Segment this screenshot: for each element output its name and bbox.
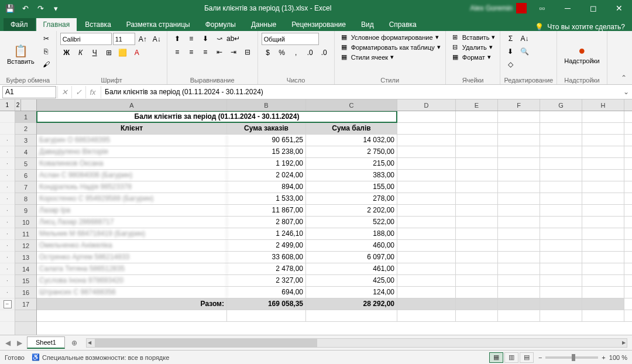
cell[interactable] <box>397 298 456 310</box>
cell[interactable] <box>498 298 540 310</box>
cell[interactable] <box>456 240 498 251</box>
cell[interactable]: 2 750,00 <box>306 146 397 157</box>
tab-file[interactable]: Файл <box>4 18 35 31</box>
cell[interactable] <box>582 287 624 298</box>
cell[interactable] <box>582 275 624 286</box>
minimize-icon[interactable]: ─ <box>555 0 581 16</box>
cell[interactable] <box>456 193 498 204</box>
cell[interactable]: 1 246,10 <box>227 228 306 239</box>
row-header-15[interactable]: 15 <box>15 275 36 287</box>
row-header-14[interactable]: 14 <box>15 263 36 275</box>
tab-insert[interactable]: Вставка <box>78 18 118 31</box>
cell[interactable]: 2 327,00 <box>227 275 306 286</box>
cell[interactable] <box>540 181 582 193</box>
cell[interactable]: 1 192,00 <box>227 158 306 169</box>
cell[interactable]: 124,00 <box>306 287 397 298</box>
cell[interactable]: 11 867,00 <box>227 205 306 216</box>
col-header-H[interactable]: H <box>582 99 624 111</box>
cell[interactable]: Омельченко Аніжеліка <box>37 240 227 251</box>
cells-grid[interactable]: Бали клієнтів за період (01.11.2024 - 30… <box>37 111 632 335</box>
zoom-out-icon[interactable]: − <box>538 354 542 361</box>
outline-level-2[interactable]: 2 <box>15 99 22 111</box>
expand-formula-icon[interactable]: ⌄ <box>620 88 632 96</box>
cell[interactable] <box>397 146 456 157</box>
cell[interactable]: Сума заказів <box>227 123 306 134</box>
cell[interactable] <box>540 146 582 157</box>
cell[interactable] <box>397 111 456 122</box>
row-header-7[interactable]: 7 <box>15 181 36 193</box>
cell[interactable] <box>582 310 624 321</box>
decrease-font-icon[interactable]: A↓ <box>150 33 163 45</box>
cell[interactable] <box>397 252 456 263</box>
view-normal-icon[interactable]: ▦ <box>489 352 503 363</box>
tab-nav-next-icon[interactable]: ▶ <box>14 338 25 348</box>
bold-icon[interactable]: Ж <box>60 47 73 59</box>
row-header-11[interactable]: 11 <box>15 228 36 240</box>
align-middle-icon[interactable]: ≡ <box>185 33 198 44</box>
name-box[interactable]: A1 <box>2 86 56 98</box>
view-page-layout-icon[interactable]: ▥ <box>504 352 518 363</box>
row-header-1[interactable]: 1 <box>15 111 36 123</box>
cell[interactable]: 15 238,00 <box>227 146 306 157</box>
cell[interactable] <box>456 111 498 122</box>
cell[interactable] <box>540 193 582 204</box>
cell[interactable] <box>456 158 498 169</box>
cancel-formula-icon[interactable]: ✕ <box>57 86 71 98</box>
cell[interactable] <box>397 181 456 193</box>
cell[interactable]: Разом: <box>37 298 227 310</box>
cell[interactable] <box>582 123 624 134</box>
cell[interactable]: Аслан С 98084006 (Багурин) <box>37 170 227 181</box>
cell[interactable] <box>456 263 498 274</box>
cell[interactable] <box>397 263 456 274</box>
cell[interactable]: 28 292,00 <box>306 298 397 310</box>
row-header-5[interactable]: 5 <box>15 158 36 170</box>
zoom-slider[interactable] <box>545 356 598 359</box>
sheet-tab-1[interactable]: Sheet1 <box>27 336 65 349</box>
cell[interactable]: Штрансих С 987488356 <box>37 287 227 298</box>
cell[interactable] <box>582 111 624 122</box>
font-size-select[interactable] <box>113 33 135 45</box>
font-name-select[interactable] <box>60 33 112 45</box>
copy-icon[interactable]: ⎘ <box>40 46 53 57</box>
cell[interactable] <box>498 217 540 228</box>
cell[interactable]: 6 097,00 <box>306 252 397 263</box>
cell[interactable]: Сума балів <box>306 123 397 134</box>
row-header-3[interactable]: 3 <box>15 135 36 146</box>
cell[interactable]: Бали клієнтів за період (01.11.2024 - 30… <box>37 111 397 122</box>
cell[interactable] <box>498 263 540 274</box>
tab-formulas[interactable]: Формулы <box>198 18 243 31</box>
cut-icon[interactable]: ✂ <box>40 33 53 44</box>
cell[interactable] <box>582 298 624 310</box>
cell[interactable] <box>397 205 456 216</box>
fx-icon[interactable]: fx <box>85 86 99 98</box>
save-icon[interactable]: 💾 <box>4 2 16 15</box>
cell[interactable]: 522,00 <box>306 217 397 228</box>
row-header-12[interactable]: 12 <box>15 240 36 252</box>
cell[interactable] <box>498 240 540 251</box>
delete-cells-button[interactable]: ⊟Удалить▾ <box>449 43 497 51</box>
cell[interactable] <box>397 123 456 134</box>
number-format-select[interactable] <box>262 33 319 45</box>
cell[interactable] <box>498 170 540 181</box>
cell[interactable] <box>397 275 456 286</box>
tab-view[interactable]: Вид <box>354 18 381 31</box>
add-sheet-icon[interactable]: ⊕ <box>67 337 81 349</box>
cell[interactable]: Остренко Артем 586214833 <box>37 252 227 263</box>
cell[interactable] <box>498 135 540 146</box>
cell[interactable] <box>456 135 498 146</box>
wrap-text-icon[interactable]: ab↵ <box>227 33 240 44</box>
cell[interactable] <box>540 263 582 274</box>
cell[interactable] <box>456 252 498 263</box>
cell[interactable] <box>540 205 582 216</box>
cell[interactable] <box>397 287 456 298</box>
col-header-D[interactable]: D <box>397 99 456 111</box>
align-center-icon[interactable]: ≡ <box>185 46 198 58</box>
cell[interactable] <box>540 135 582 146</box>
paste-button[interactable]: 📋 Вставить <box>4 33 38 75</box>
row-header-16[interactable]: 16 <box>15 287 36 298</box>
format-as-table-button[interactable]: ▦Форматировать как таблицу▾ <box>338 43 442 51</box>
formula-input[interactable]: Бали клієнтів за період (01.11.2024 - 30… <box>101 86 620 98</box>
tab-home[interactable]: Главная <box>36 18 77 31</box>
cell[interactable] <box>498 275 540 286</box>
col-header-B[interactable]: B <box>227 99 306 111</box>
